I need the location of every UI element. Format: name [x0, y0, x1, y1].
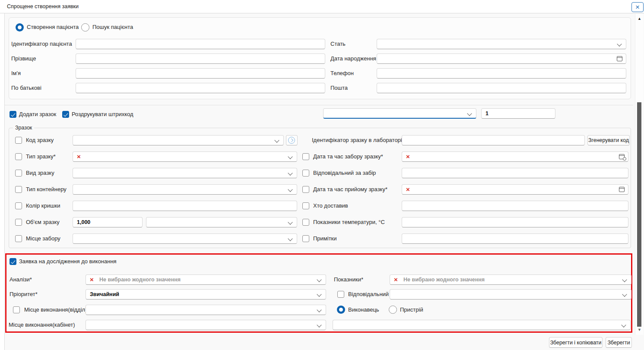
reception-datetime-checkbox[interactable]: [302, 186, 309, 193]
chevron-down-icon: [617, 41, 622, 46]
titlebar: Спрощене створення заявки: [0, 0, 644, 13]
lab-sample-id-label: Ідентифікатор зразку в лабораторії: [312, 135, 403, 145]
execution-department-select[interactable]: [86, 305, 326, 315]
chevron-down-icon: [274, 138, 279, 142]
lastname-input[interactable]: [76, 54, 325, 64]
sample-code-checkbox[interactable]: [15, 137, 22, 144]
notes-label: Примітки: [313, 233, 337, 244]
container-type-label: Тип контейнеру: [26, 184, 67, 195]
chevron-down-icon: [288, 154, 292, 159]
collection-datetime-checkbox[interactable]: [302, 153, 309, 160]
chevron-down-icon: [288, 187, 292, 192]
responsible-select[interactable]: [390, 289, 631, 300]
search-patient-label: Пошук пацієнта: [92, 22, 133, 32]
lastname-label: Прізвище: [11, 54, 36, 64]
scrollbar-thumb[interactable]: [637, 102, 641, 327]
lab-sample-id-input[interactable]: [402, 135, 585, 145]
execution-department-checkbox[interactable]: [13, 306, 20, 313]
divider: [5, 105, 633, 105]
copies-count-input[interactable]: 1: [481, 108, 555, 119]
invalid-x-icon: ×: [394, 275, 398, 284]
cap-color-checkbox[interactable]: [15, 202, 22, 209]
delivered-by-label: Хто доставив: [313, 201, 348, 211]
analyses-select[interactable]: × Не вибрано жодного значення: [86, 274, 326, 285]
responsible-label: Відповідальний: [348, 289, 389, 300]
temperature-label: Показники температури, °С: [313, 217, 385, 227]
collection-place-checkbox[interactable]: [15, 235, 22, 242]
create-patient-radio[interactable]: [16, 23, 24, 32]
close-button[interactable]: ×: [631, 2, 644, 12]
sample-kind-checkbox[interactable]: [15, 170, 22, 177]
patronymic-input[interactable]: [76, 83, 325, 93]
collection-datetime-input[interactable]: ×: [402, 151, 628, 162]
priority-select[interactable]: Звичайний: [86, 289, 326, 300]
gender-label: Стать: [330, 39, 346, 49]
temperature-input[interactable]: [402, 217, 628, 227]
indicators-placeholder: Не вибрано жодного значення: [403, 275, 485, 284]
collection-responsible-checkbox[interactable]: [302, 170, 309, 177]
sample-volume-label: Об'єм зразку: [26, 217, 60, 227]
executor-select[interactable]: [333, 320, 631, 330]
birthdate-input[interactable]: [377, 54, 626, 64]
firstname-input[interactable]: [76, 68, 325, 79]
reception-datetime-label: Дата та час прийому зразку*: [313, 184, 387, 195]
collection-datetime-label: Дата та час забору зразку*: [313, 151, 383, 162]
search-patient-radio[interactable]: [81, 23, 89, 32]
phone-input[interactable]: [377, 68, 626, 79]
scroll-up-icon[interactable]: ▲: [636, 16, 643, 22]
sample-code-select[interactable]: [73, 135, 284, 145]
create-patient-label: Створення пацієнта: [27, 22, 79, 32]
clock-icon: [623, 157, 626, 161]
research-request-checkbox[interactable]: [10, 258, 16, 265]
save-button[interactable]: Зберегти: [606, 337, 632, 348]
gender-select[interactable]: [377, 39, 626, 49]
sample-type-checkbox[interactable]: [15, 153, 22, 160]
cap-color-input[interactable]: [73, 201, 297, 211]
add-sample-checkbox[interactable]: [10, 111, 16, 118]
sample-code-label: Код зразку: [26, 135, 54, 145]
sample-volume-checkbox[interactable]: [15, 219, 22, 226]
chevron-down-icon: [622, 292, 627, 296]
collection-responsible-input[interactable]: [402, 168, 628, 178]
generate-code-button[interactable]: Згенерувати код: [587, 135, 630, 145]
sample-type-select[interactable]: ×: [73, 151, 297, 162]
phone-label: Телефон: [330, 68, 354, 79]
container-type-select[interactable]: [73, 184, 297, 195]
collection-place-select[interactable]: [73, 233, 297, 244]
sample-volume-unit-select[interactable]: [146, 217, 297, 227]
sample-groupbox-legend: Зразок: [13, 125, 34, 131]
temperature-checkbox[interactable]: [302, 219, 309, 226]
notes-input[interactable]: [402, 233, 628, 244]
container-type-checkbox[interactable]: [15, 186, 22, 193]
patient-id-input[interactable]: [76, 39, 325, 49]
device-radio[interactable]: [389, 306, 397, 314]
analyses-label: Аналізи*: [10, 274, 32, 285]
close-icon: ×: [635, 3, 640, 12]
chevron-down-icon: [288, 220, 292, 224]
delivered-by-input[interactable]: [402, 201, 628, 211]
execution-cabinet-select[interactable]: [86, 320, 326, 330]
executor-radio-label: Виконавець: [348, 305, 379, 315]
reception-datetime-input[interactable]: ×: [402, 184, 628, 195]
indicators-select[interactable]: × Не вибрано жодного значення: [390, 274, 631, 285]
sample-kind-select[interactable]: [73, 168, 297, 178]
chevron-down-icon: [317, 322, 321, 327]
scroll-down-icon[interactable]: ▼: [636, 327, 643, 333]
executor-radio[interactable]: [337, 306, 345, 314]
email-input[interactable]: [377, 83, 626, 93]
print-barcode-checkbox[interactable]: [62, 111, 69, 118]
save-and-copy-button[interactable]: Зберегти і копіювати: [549, 337, 603, 348]
sample-code-lookup-button[interactable]: [286, 135, 298, 145]
birthdate-label: Дата народження: [330, 54, 376, 64]
barcode-printer-select[interactable]: [323, 108, 476, 119]
sample-volume-input[interactable]: 1,000: [73, 217, 143, 227]
copies-count-value: 1: [485, 109, 489, 118]
responsible-checkbox[interactable]: [337, 291, 344, 298]
device-radio-label: Пристрій: [400, 305, 423, 315]
cap-color-label: Колір кришки: [26, 201, 60, 211]
delivered-by-checkbox[interactable]: [302, 202, 309, 209]
invalid-x-icon: ×: [90, 275, 94, 284]
notes-checkbox[interactable]: [302, 235, 309, 242]
sample-kind-label: Вид зразку: [26, 168, 54, 178]
window-title: Спрощене створення заявки: [7, 0, 79, 13]
